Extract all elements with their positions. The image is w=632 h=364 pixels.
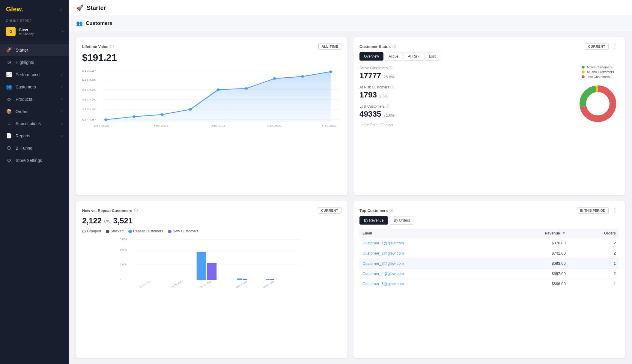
content-grid: Lifetime Value ⓘ ALL-TIME $191.21 $191.2… [69, 31, 632, 364]
page-header-customers-icon: 👥 [76, 20, 83, 27]
new-legend-dot [168, 230, 171, 233]
tc-tab-by-revenue[interactable]: By Revenue [359, 216, 388, 225]
customer-email-4[interactable]: Customer_4@glew.com [362, 271, 404, 276]
svg-text:Sep 2021: Sep 2021 [267, 124, 282, 127]
sidebar-item-starter[interactable]: 🚀 Starter [0, 44, 69, 56]
active-info-icon[interactable]: ⓘ [389, 65, 392, 70]
top-customers-tbody: Customer_1@glew.com $870.00 2 Customer_2… [359, 238, 619, 289]
nvr-info-icon[interactable]: ⓘ [134, 208, 138, 213]
svg-point-17 [245, 87, 248, 90]
at-risk-info-icon[interactable]: ⓘ [390, 85, 394, 90]
products-chevron-icon: ∨ [61, 97, 63, 101]
store-account-info: G Glew 🛍 Shopify [6, 27, 34, 36]
svg-text:0: 0 [120, 279, 121, 282]
main-area: 🚀 Starter 👥 Customers Lifetime Value ⓘ A… [69, 0, 632, 364]
sidebar-item-customers[interactable]: 👥 Customers ∨ [0, 81, 69, 93]
svg-text:2,000: 2,000 [120, 263, 127, 266]
donut-legend: Active Customers At Risk Customers Lost … [582, 65, 614, 80]
sidebar-item-products[interactable]: ◇ Products ∨ [0, 93, 69, 105]
ltv-value: $191.21 [82, 52, 341, 63]
sidebar-item-label-orders: Orders [16, 109, 28, 114]
table-row: Customer_5@glew.com $666.00 1 [359, 279, 619, 289]
legend-at-risk: At Risk Customers [582, 70, 614, 74]
highlights-icon: ⊙ [6, 59, 12, 65]
tc-more-button[interactable]: ⋮ [611, 207, 619, 214]
page-header-title: Customers [86, 20, 112, 26]
grouped-radio-icon[interactable] [82, 230, 86, 233]
ltv-info-icon[interactable]: ⓘ [110, 44, 114, 49]
subscriptions-chevron-icon: ∨ [61, 122, 63, 126]
sidebar-item-store-settings[interactable]: ⚙ Store Settings [0, 154, 69, 166]
customer-email-2[interactable]: Customer_2@glew.com [362, 251, 404, 255]
svg-text:Oct 31, 2021: Oct 31, 2021 [199, 280, 212, 289]
ltv-alltime-button[interactable]: ALL-TIME [318, 43, 341, 50]
lost-info-icon[interactable]: ⓘ [386, 104, 389, 109]
customers-icon: 👥 [6, 84, 12, 90]
sidebar-collapse-button[interactable]: ‹ [59, 5, 63, 13]
legend-at-risk-dot [582, 70, 585, 73]
table-header: Email Revenue ▼ Orders [359, 229, 619, 238]
revenue-column-header[interactable]: Revenue ▼ [493, 229, 569, 238]
customer-email-1[interactable]: Customer_1@glew.com [362, 241, 404, 245]
status-tab-active[interactable]: Active [384, 52, 403, 61]
ltv-line-chart-svg: $191.27 $180.00 $170.00 $160.00 $150.00 … [82, 68, 341, 128]
reports-icon: 📄 [6, 133, 12, 139]
customer-email-3[interactable]: Customer_3@glew.com [362, 261, 404, 266]
table-row: Customer_3@glew.com $683.00 1 [359, 258, 619, 269]
status-more-button[interactable]: ⋮ [611, 43, 619, 50]
status-card-header: Customer Status ⓘ CURRENT ⋮ [359, 43, 619, 50]
tc-period-button[interactable]: IN THIS PERIOD [577, 207, 609, 214]
top-customers-table: Email Revenue ▼ Orders Customer_1@glew.c… [359, 229, 619, 289]
bar-nov3-new [270, 279, 274, 280]
store-name: Glew [19, 28, 34, 32]
sidebar-item-label-highlights: Highlights [16, 60, 34, 65]
svg-point-13 [132, 115, 136, 118]
nvr-chart-legend: Grouped Stacked Repeat Customers New Cus… [82, 229, 341, 233]
tc-tab-by-orders[interactable]: By Orders [389, 216, 414, 225]
bi-tunnel-icon: ⬡ [6, 145, 12, 151]
sidebar-item-performance[interactable]: 📈 Performance ∨ [0, 68, 69, 81]
svg-point-16 [216, 88, 220, 91]
at-risk-customers-metric: At Risk Customers ⓘ 1793 2.6% [359, 85, 572, 100]
tc-info-icon[interactable]: ⓘ [389, 208, 393, 213]
store-account-selector[interactable]: G Glew 🛍 Shopify › [0, 24, 69, 39]
donut-svg [577, 83, 619, 125]
ltv-card-title: Lifetime Value ⓘ [82, 44, 114, 49]
active-customers-metric: Active Customers ⓘ 17777 25.8% [359, 65, 572, 80]
lifetime-value-card: Lifetime Value ⓘ ALL-TIME $191.21 $191.2… [76, 37, 347, 195]
topbar-starter-icon: 🚀 [76, 4, 84, 11]
customer-revenue-3: $683.00 [493, 258, 569, 269]
bar-nov2-new [243, 279, 247, 280]
sidebar-item-orders[interactable]: 📦 Orders ∨ [0, 105, 69, 118]
store-section-label: ONLINE STORE [0, 16, 69, 24]
svg-text:$170.00: $170.00 [82, 88, 96, 91]
subscriptions-icon: ○ [6, 121, 12, 126]
sidebar-item-bi-tunnel[interactable]: ⬡ BI Tunnel [0, 142, 69, 154]
revenue-sort-icon: ▼ [562, 231, 566, 235]
sidebar-item-subscriptions[interactable]: ○ Subscriptions ∨ [0, 118, 69, 130]
status-tab-at-risk[interactable]: At Risk [404, 52, 424, 61]
sidebar-item-highlights[interactable]: ⊙ Highlights [0, 56, 69, 68]
orders-icon: 📦 [6, 109, 12, 114]
sidebar-item-label-products: Products [16, 97, 32, 102]
customer-email-5[interactable]: Customer_5@glew.com [362, 282, 404, 286]
status-current-button[interactable]: CURRENT [585, 43, 609, 50]
status-tab-overview[interactable]: Overview [359, 52, 383, 61]
nvr-current-button[interactable]: CURRENT [318, 207, 341, 214]
stacked-radio-icon[interactable] [106, 230, 109, 233]
table-row: Customer_4@glew.com $667.00 2 [359, 269, 619, 279]
orders-chevron-icon: ∨ [61, 109, 63, 113]
legend-lost: Lost Customers [582, 75, 614, 79]
customer-orders-3: 1 [569, 258, 619, 269]
status-tab-lost[interactable]: Lost [425, 52, 440, 61]
status-info-icon[interactable]: ⓘ [392, 44, 396, 49]
svg-text:5,054: 5,054 [120, 237, 127, 241]
sidebar-item-reports[interactable]: 📄 Reports ∨ [0, 130, 69, 142]
topbar: 🚀 Starter [69, 0, 632, 16]
customer-orders-1: 2 [569, 238, 619, 248]
nvr-card-title: New vs. Repeat Customers ⓘ [82, 208, 138, 213]
email-column-header: Email [359, 229, 493, 238]
ltv-chart: $191.27 $180.00 $170.00 $160.00 $150.00 … [82, 68, 341, 128]
reports-chevron-icon: ∨ [61, 134, 63, 138]
status-tabs: Overview Active At Risk Lost [359, 52, 619, 61]
